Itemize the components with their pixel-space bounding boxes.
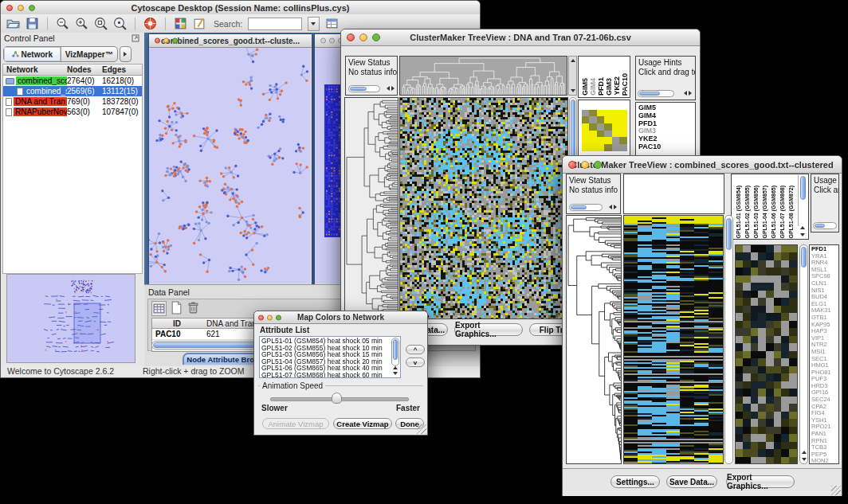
scroll-right-icon[interactable] bbox=[614, 205, 617, 209]
select-attributes-icon[interactable] bbox=[151, 301, 167, 316]
tv1-titlebar[interactable]: ClusterMaker TreeView : DNA and Tran 07-… bbox=[341, 29, 700, 46]
scroll-down-icon[interactable] bbox=[800, 233, 805, 236]
scroll-up-icon[interactable] bbox=[800, 226, 805, 229]
search-dropdown-button[interactable] bbox=[308, 17, 320, 31]
network-list-row[interactable]: RNAPuberNov2+ 563(0) 107847(0) bbox=[3, 107, 142, 117]
tv2-row-dendrogram-canvas[interactable] bbox=[567, 216, 621, 463]
tv1-status-scrollbar[interactable] bbox=[348, 85, 380, 92]
float-panel-icon[interactable] bbox=[132, 34, 139, 42]
column-label[interactable]: GPL51-03 (GSM856) bbox=[752, 186, 760, 239]
zoom-button[interactable] bbox=[372, 33, 380, 41]
zoom-fit-icon[interactable] bbox=[113, 17, 127, 30]
close-button[interactable] bbox=[568, 161, 576, 169]
column-label[interactable]: GPL51-08 (GSM872) bbox=[787, 186, 795, 239]
zoom-button[interactable] bbox=[172, 38, 178, 44]
create-vizmap-button[interactable]: Create Vizmap bbox=[333, 418, 392, 429]
gene-label[interactable]: PAC10 bbox=[638, 143, 695, 151]
network-table-header[interactable]: Network Nodes Edges bbox=[3, 64, 142, 76]
save-icon[interactable] bbox=[26, 17, 39, 30]
network-list-row[interactable]: combined_scores 2764(0) 16218(0) bbox=[3, 76, 142, 86]
column-label[interactable]: GPL51-07 (GSM868) bbox=[778, 186, 787, 239]
column-label[interactable]: GIM3 bbox=[606, 78, 613, 96]
navigator-canvas[interactable] bbox=[7, 275, 135, 362]
minimize-button[interactable] bbox=[267, 315, 273, 320]
close-button[interactable] bbox=[258, 315, 264, 320]
scroll-right-icon[interactable] bbox=[689, 91, 692, 96]
tv2-export-graphics-button[interactable]: Export Graphics... bbox=[726, 475, 795, 488]
minimize-button[interactable] bbox=[163, 38, 169, 44]
close-button[interactable] bbox=[155, 38, 160, 44]
scroll-left-icon[interactable] bbox=[684, 91, 687, 96]
close-button[interactable] bbox=[320, 38, 326, 44]
animate-vizmap-button[interactable]: Animate Vizmap bbox=[262, 418, 329, 429]
tv2-column-dendrogram[interactable] bbox=[623, 174, 724, 214]
tab-network[interactable]: Network bbox=[4, 47, 61, 61]
close-button[interactable] bbox=[347, 33, 355, 41]
network-list-row[interactable]: combined_sco 2569(6) 13112(15) bbox=[3, 86, 142, 96]
column-label[interactable]: GPL51-01 (GSM854) bbox=[734, 186, 743, 239]
attribute-browser-icon[interactable] bbox=[325, 17, 339, 30]
scroll-down-icon[interactable] bbox=[393, 372, 398, 375]
tv2-heatmap-vscrollbar[interactable] bbox=[724, 215, 733, 464]
scroll-left-icon[interactable] bbox=[387, 86, 390, 91]
open-file-icon[interactable] bbox=[6, 17, 20, 30]
tv2-titlebar[interactable]: ClusterMaker TreeView : combined_scores_… bbox=[563, 156, 842, 174]
gene-label[interactable]: MON2 bbox=[811, 458, 838, 464]
speed-slider-thumb[interactable] bbox=[332, 393, 342, 404]
network-list-row[interactable]: DNA and Tran 07 769(0) 183728(0) bbox=[3, 96, 142, 107]
tv2-zoom-heatmap-canvas[interactable] bbox=[736, 245, 797, 463]
tv1-export-graphics-button[interactable]: Export Graphics... bbox=[454, 323, 523, 336]
tv2-hints-scrollbar[interactable] bbox=[813, 222, 837, 229]
zoom-selected-icon[interactable] bbox=[94, 17, 108, 30]
tv2-heatmap-canvas[interactable] bbox=[624, 216, 723, 463]
close-button[interactable] bbox=[6, 5, 13, 11]
column-label[interactable]: PAC10 bbox=[622, 73, 629, 96]
tv1-global-heatmap-canvas[interactable] bbox=[582, 110, 627, 151]
new-attribute-icon[interactable] bbox=[170, 301, 183, 315]
tv2-zoom-vscrollbar[interactable] bbox=[799, 244, 808, 464]
tv2-save-data-button[interactable]: Save Data... bbox=[666, 475, 717, 488]
vizmapper-icon[interactable] bbox=[174, 17, 187, 30]
attribute-list-item[interactable]: GPL51-07 (GSM868) heat shock 60 min bbox=[260, 372, 400, 378]
zoom-in-icon[interactable] bbox=[75, 17, 88, 30]
tv1-column-dendrogram-canvas[interactable] bbox=[400, 57, 567, 95]
move-up-button[interactable]: ^ bbox=[406, 345, 425, 354]
attribute-list-vscrollbar[interactable] bbox=[391, 338, 399, 366]
scroll-up-icon[interactable] bbox=[393, 366, 398, 369]
help-lifering-icon[interactable] bbox=[143, 17, 157, 30]
annotation-icon[interactable] bbox=[193, 17, 206, 30]
tv2-labels-vscrollbar[interactable] bbox=[798, 175, 807, 226]
search-input[interactable] bbox=[248, 18, 302, 30]
minimize-button[interactable] bbox=[359, 33, 367, 41]
minimize-button[interactable] bbox=[581, 161, 589, 169]
column-label[interactable]: GIM4 bbox=[590, 78, 597, 96]
minimize-button[interactable] bbox=[18, 5, 24, 11]
network-view-canvas[interactable] bbox=[149, 48, 310, 283]
tab-vizmapper[interactable]: VizMapper™ bbox=[61, 47, 118, 61]
zoom-button[interactable] bbox=[276, 315, 281, 320]
scroll-right-icon[interactable] bbox=[391, 86, 395, 91]
zoom-button[interactable] bbox=[29, 5, 35, 11]
tv1-row-dendrogram-canvas[interactable] bbox=[345, 98, 398, 318]
column-label[interactable]: GIM5 bbox=[582, 78, 589, 96]
zoom-button[interactable] bbox=[594, 161, 602, 169]
zoom-out-icon[interactable] bbox=[56, 17, 69, 30]
main-titlebar[interactable]: Cytoscape Desktop (Session Name: collins… bbox=[1, 1, 480, 15]
tv1-heatmap-canvas[interactable] bbox=[400, 98, 567, 318]
tv2-status-scrollbar[interactable] bbox=[569, 204, 603, 211]
resize-grip[interactable] bbox=[831, 486, 841, 495]
tv1-mini-vscroll[interactable] bbox=[568, 56, 577, 96]
network-view-titlebar[interactable]: combined_scores_good.txt--cluste... bbox=[149, 34, 312, 48]
column-label[interactable]: GPL51-02 (GSM855) bbox=[743, 186, 752, 239]
column-label[interactable]: YKE2 bbox=[614, 76, 621, 96]
column-label[interactable]: GPL51-06 (GSM865) bbox=[769, 186, 778, 239]
resize-grip[interactable] bbox=[417, 424, 426, 434]
move-down-button[interactable]: v bbox=[406, 357, 425, 367]
delete-attribute-trash-icon[interactable] bbox=[186, 301, 200, 315]
tv2-settings-button[interactable]: Settings... bbox=[610, 475, 660, 488]
dialog-titlebar[interactable]: Map Colors to Network bbox=[254, 311, 427, 324]
minimize-button[interactable] bbox=[329, 38, 335, 44]
column-label[interactable]: GPL51-04 (GSM857) bbox=[760, 186, 769, 239]
scroll-left-icon[interactable] bbox=[609, 205, 612, 209]
tv1-hints-scrollbar[interactable] bbox=[638, 90, 674, 97]
